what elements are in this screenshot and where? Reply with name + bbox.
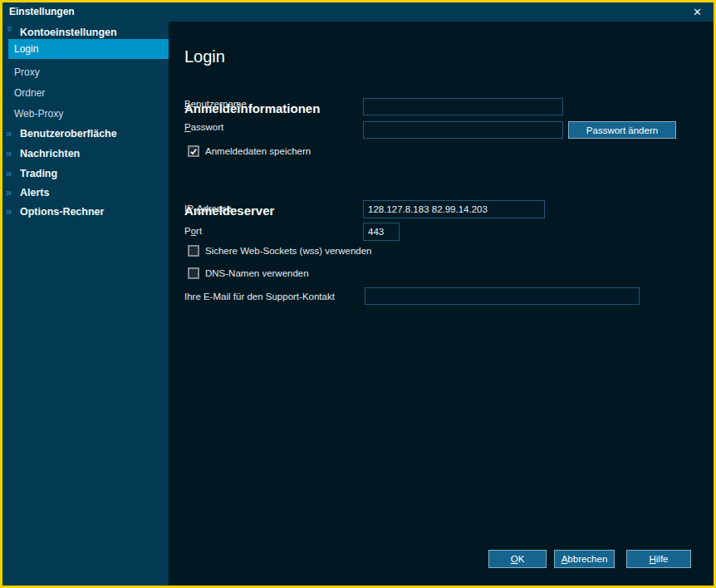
button-accel: O <box>511 554 518 564</box>
cancel-button[interactable]: Abbrechen <box>554 550 615 568</box>
label-text: IP- <box>184 203 197 213</box>
chevron-right-icon: » <box>6 144 17 164</box>
sidebar: » Kontoeinstellungen Login Proxy Ordner … <box>2 22 169 586</box>
sidebar-item-options-rechner[interactable]: » Options-Rechner <box>2 202 186 222</box>
sidebar-item-label: Proxy <box>14 66 40 78</box>
sidebar-item-label: Login <box>14 43 38 55</box>
label-text: rt <box>196 226 202 236</box>
sidebar-item-ordner[interactable]: Ordner <box>2 83 180 103</box>
support-email-input[interactable] <box>365 287 640 305</box>
wss-row: Sichere Web-Sockets (wss) verwenden <box>188 245 371 257</box>
save-credentials-row: Anmeldedaten speichern <box>188 145 311 157</box>
titlebar[interactable]: Einstellungen ✕ <box>2 2 714 22</box>
dns-label: DNS-Namen verwenden <box>205 268 309 278</box>
username-input[interactable] <box>363 98 563 115</box>
wss-label: Sichere Web-Sockets (wss) verwenden <box>205 246 371 256</box>
ip-address-input[interactable] <box>363 200 545 218</box>
password-input[interactable] <box>363 121 563 139</box>
help-button[interactable]: Hilfe <box>626 550 691 568</box>
page-title: Login <box>184 47 225 66</box>
sidebar-item-label: Web-Proxy <box>14 108 63 120</box>
ok-button[interactable]: OK <box>488 550 547 568</box>
chevron-down-icon: » <box>0 26 20 37</box>
sidebar-item-nachrichten[interactable]: » Nachrichten <box>2 144 186 164</box>
support-email-label: Ihre E-Mail für den Support-Kontakt <box>184 292 335 301</box>
close-icon[interactable]: ✕ <box>693 2 702 22</box>
ip-address-label: IP-Adresse <box>184 203 232 213</box>
button-text: K <box>518 554 525 564</box>
button-text: bbrechen <box>567 554 607 564</box>
label-text: asswort <box>191 122 224 132</box>
sidebar-item-proxy[interactable]: Proxy <box>2 62 180 82</box>
wss-checkbox[interactable] <box>188 245 199 257</box>
sidebar-item-label: Ordner <box>14 87 45 99</box>
sidebar-item-login[interactable]: Login <box>8 39 169 59</box>
username-label: Benutzername <box>184 99 247 109</box>
label-text: dresse <box>203 203 232 213</box>
sidebar-group-label: Alerts <box>20 187 49 198</box>
save-credentials-label: Anmeldedaten speichern <box>205 146 311 156</box>
chevron-right-icon: » <box>6 202 17 222</box>
label-accel: B <box>184 99 191 109</box>
dns-checkbox[interactable] <box>188 267 199 279</box>
button-text: ilfe <box>656 554 669 564</box>
sidebar-item-web-proxy[interactable]: Web-Proxy <box>2 104 180 124</box>
sidebar-group-label: Benutzeroberfläche <box>20 128 117 140</box>
port-label: Port <box>184 226 202 236</box>
button-accel: H <box>649 554 655 564</box>
dns-row: DNS-Namen verwenden <box>188 267 309 279</box>
sidebar-group-label: Nachrichten <box>20 148 80 159</box>
chevron-right-icon: » <box>6 164 17 184</box>
sidebar-item-trading[interactable]: » Trading <box>2 164 186 184</box>
password-label: Passwort <box>184 122 223 132</box>
settings-content: Login Anmeldeinformationen Benutzername … <box>169 22 714 586</box>
window-title: Einstellungen <box>9 2 75 22</box>
label-text: P <box>184 226 191 236</box>
settings-window: Einstellungen ✕ » Kontoeinstellungen Log… <box>0 0 716 588</box>
sidebar-item-benutzeroberflaeche[interactable]: » Benutzeroberfläche <box>2 124 186 144</box>
sidebar-group-label: Kontoeinstellungen <box>20 27 117 38</box>
change-password-button[interactable]: Passwort ändern <box>568 121 676 139</box>
port-input[interactable] <box>363 223 400 241</box>
checkmark-icon <box>189 147 198 156</box>
sidebar-group-label: Trading <box>20 168 57 179</box>
label-accel: P <box>184 122 191 132</box>
chevron-right-icon: » <box>6 183 17 203</box>
sidebar-item-alerts[interactable]: » Alerts <box>2 183 186 203</box>
label-text: enutzername <box>191 99 247 109</box>
chevron-right-icon: » <box>6 124 17 144</box>
save-credentials-checkbox[interactable] <box>188 145 199 157</box>
sidebar-group-label: Options-Rechner <box>20 206 104 218</box>
